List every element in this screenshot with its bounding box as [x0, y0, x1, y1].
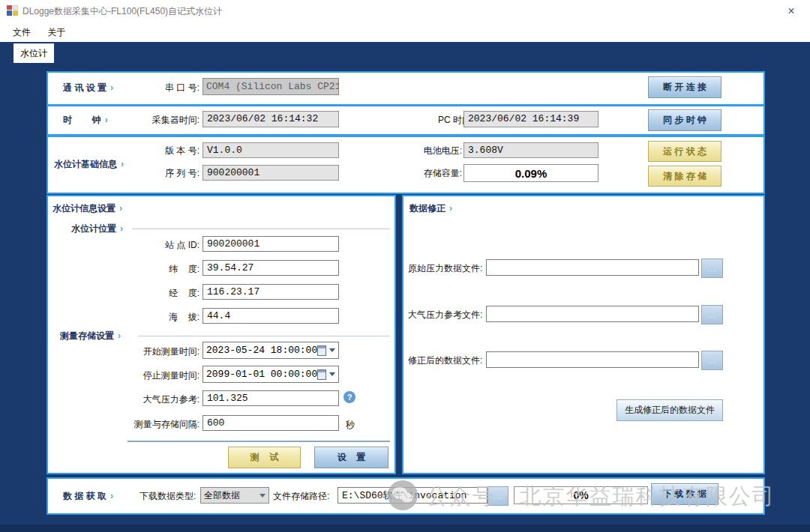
- altitude-label: 海 拔:: [138, 312, 200, 323]
- file-path-input[interactable]: [338, 487, 488, 504]
- collector-time-value: 2023/06/02 16:14:32: [202, 111, 339, 127]
- battery-value: 3.608V: [464, 142, 598, 158]
- window-bottom-edge: [0, 525, 810, 532]
- pressure-ref-label: 大气压力参考:: [128, 394, 200, 405]
- sync-clock-button[interactable]: 同 步 时 钟: [648, 109, 722, 131]
- tab-water-level-gauge[interactable]: 水位计: [14, 43, 54, 63]
- stop-time-picker[interactable]: 2099-01-01 00:00:00: [202, 366, 339, 383]
- chevron-down-icon: [260, 494, 266, 498]
- section-chevron-icon: ›: [118, 330, 121, 341]
- title-bar: DLogge数据采集中心-FL100(FL450)自记式水位计 ×: [0, 0, 810, 23]
- calendar-icon: [317, 369, 326, 380]
- corrected-file-input[interactable]: [486, 351, 699, 368]
- data-correction-section-title: 数据修正›: [410, 202, 452, 215]
- section-chevron-icon: ›: [120, 223, 123, 234]
- pressure-ref-file-label: 大气压力参考文件:: [408, 309, 482, 321]
- divider: [128, 441, 390, 442]
- window-title: DLogge数据采集中心-FL100(FL450)自记式水位计: [22, 0, 222, 22]
- test-button[interactable]: 测 试: [228, 447, 301, 468]
- collector-time-label: 采集器时间:: [146, 115, 200, 126]
- app-icon: [7, 5, 19, 16]
- set-button[interactable]: 设 置: [314, 447, 388, 468]
- section-chevron-icon: ›: [119, 203, 122, 214]
- storage-capacity-label: 存储容量:: [411, 168, 462, 179]
- station-id-input[interactable]: [202, 236, 339, 252]
- divider: [138, 336, 390, 336]
- station-id-label: 站 点 ID:: [138, 240, 200, 251]
- latitude-label: 纬 度:: [138, 264, 200, 275]
- measure-storage-subsection-title: 测量存储设置›: [60, 330, 121, 342]
- data-acquisition-section-title: 数 据 获 取›: [63, 490, 113, 503]
- version-value: V1.0.0: [202, 142, 339, 158]
- latitude-input[interactable]: [202, 260, 339, 276]
- comm-panel: 通 讯 设 置› 串 口 号: COM4 (Silicon Labs CP21 …: [46, 71, 765, 106]
- interval-unit-label: 秒: [346, 419, 355, 432]
- gauge-settings-panel: 水位计信息设置› 水位计位置› 站 点 ID: 纬 度: 经 度: 海 拔: 测…: [46, 195, 396, 474]
- stop-time-value: 2099-01-01 00:00:00: [206, 369, 317, 380]
- help-icon[interactable]: ?: [344, 391, 356, 403]
- download-type-select[interactable]: 全部数据: [200, 487, 269, 504]
- disconnect-button[interactable]: 断 开 连 接: [648, 76, 722, 98]
- chevron-down-icon: [329, 372, 335, 376]
- serial-port-select: COM4 (Silicon Labs CP21: [202, 78, 339, 95]
- download-type-label: 下载数据类型:: [140, 491, 196, 502]
- file-path-browse-button[interactable]: ...: [488, 486, 508, 506]
- menu-item-file[interactable]: 文件: [6, 22, 38, 42]
- section-chevron-icon: ›: [110, 491, 113, 501]
- close-icon[interactable]: ×: [778, 0, 804, 22]
- section-chevron-icon: ›: [110, 82, 113, 93]
- application-window: DLogge数据采集中心-FL100(FL450)自记式水位计 × 文件 关于 …: [0, 0, 810, 532]
- divider: [132, 229, 390, 229]
- section-chevron-icon: ›: [449, 203, 452, 214]
- clock-panel: 时 钟› 采集器时间: 2023/06/02 16:14:32 PC 时间: 2…: [46, 105, 765, 136]
- data-correction-panel: 数据修正› 原始压力数据文件: ... 大气压力参考文件: ... 修正后的数据…: [402, 195, 765, 474]
- pc-time-value: 2023/06/02 16:14:39: [464, 111, 598, 127]
- download-data-button[interactable]: 下 载 数 据: [651, 483, 718, 505]
- file-path-label: 文件存储路径:: [273, 491, 329, 502]
- comm-section-title: 通 讯 设 置›: [63, 82, 113, 94]
- raw-pressure-file-input[interactable]: [486, 259, 699, 276]
- chevron-down-icon: [329, 348, 335, 352]
- raw-pressure-file-label: 原始压力数据文件:: [408, 263, 482, 274]
- basic-info-panel: 水位计基础信息› 版 本 号: V1.0.0 序 列 号: 900200001 …: [46, 136, 765, 194]
- menu-bar: 文件 关于: [0, 22, 810, 43]
- storage-capacity-value: 0.09%: [464, 164, 598, 182]
- gauge-position-subsection-title: 水位计位置›: [71, 223, 123, 235]
- download-type-value: 全部数据: [204, 489, 240, 502]
- start-time-picker[interactable]: 2023-05-24 18:00:00: [202, 342, 339, 359]
- generate-corrected-file-button[interactable]: 生成修正后的数据文件: [616, 399, 723, 421]
- longitude-label: 经 度:: [138, 288, 200, 299]
- run-status-button[interactable]: 运 行 状 态: [648, 141, 722, 162]
- calendar-icon: [317, 345, 326, 356]
- pressure-ref-browse-button[interactable]: ...: [701, 305, 723, 324]
- interval-label: 测量与存储间隔:: [128, 419, 200, 430]
- altitude-input[interactable]: [202, 308, 339, 324]
- raw-pressure-browse-button[interactable]: ...: [701, 259, 723, 278]
- start-time-label: 开始测量时间:: [128, 346, 200, 357]
- serial-port-label: 串 口 号:: [146, 82, 200, 94]
- serial-port-value: COM4 (Silicon Labs CP21: [206, 81, 339, 92]
- serial-number-label: 序 列 号:: [146, 168, 200, 179]
- section-chevron-icon: ›: [105, 115, 108, 125]
- longitude-input[interactable]: [202, 284, 339, 300]
- pressure-ref-file-input[interactable]: [486, 306, 699, 322]
- clock-section-title: 时 钟›: [63, 114, 108, 127]
- basic-info-section-title: 水位计基础信息›: [54, 158, 124, 171]
- serial-number-value: 900200001: [202, 165, 339, 181]
- gauge-settings-section-title: 水位计信息设置›: [52, 202, 122, 215]
- clear-storage-button[interactable]: 清 除 存 储: [648, 166, 722, 187]
- menu-item-about[interactable]: 关于: [40, 22, 72, 42]
- corrected-file-browse-button[interactable]: ...: [701, 351, 723, 370]
- download-progress-bar: 0%: [514, 486, 648, 504]
- battery-label: 电池电压:: [411, 145, 462, 157]
- start-time-value: 2023-05-24 18:00:00: [206, 345, 317, 356]
- pressure-ref-input[interactable]: [202, 390, 339, 406]
- data-acquisition-panel: 数 据 获 取› 下载数据类型: 全部数据 文件存储路径: ... 0% 下 载…: [46, 477, 765, 515]
- version-label: 版 本 号:: [146, 145, 200, 157]
- section-chevron-icon: ›: [121, 159, 124, 169]
- corrected-file-label: 修正后的数据文件:: [408, 355, 482, 366]
- stop-time-label: 停止测量时间:: [128, 370, 200, 381]
- interval-input[interactable]: [202, 415, 339, 431]
